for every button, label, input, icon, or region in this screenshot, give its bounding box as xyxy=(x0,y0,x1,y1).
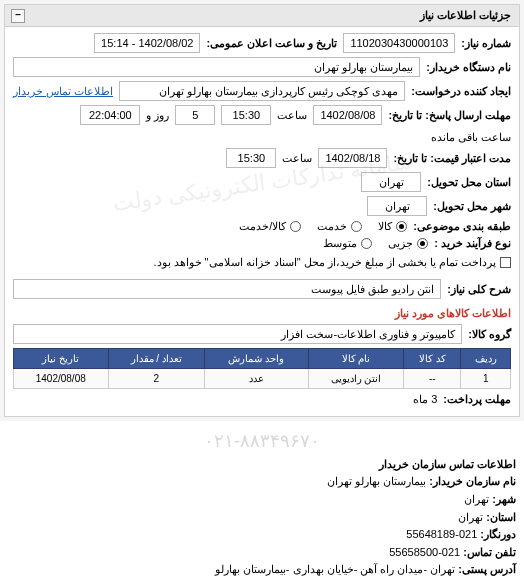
pt-small-label: جزیی xyxy=(388,237,413,250)
city-label: شهر محل تحویل: xyxy=(433,200,511,213)
c-city: تهران xyxy=(464,493,489,505)
days-remaining-value: 5 xyxy=(175,105,215,125)
goods-group-label: گروه کالا: xyxy=(468,328,511,341)
c-address: تهران -میدان راه آهن -خیایان بهداری -بیم… xyxy=(215,563,455,575)
need-no-value: 1102030430000103 xyxy=(343,33,455,53)
cell-qty: 2 xyxy=(108,369,205,389)
table-row[interactable]: 1 -- انتن رادیویی عدد 2 1402/08/08 xyxy=(14,369,511,389)
goods-group-value: کامپیوتر و فناوری اطلاعات-سخت افزار xyxy=(13,324,462,344)
goods-table: ردیف کد کالا نام کالا واحد شمارش تعداد /… xyxy=(13,348,511,389)
th-date: تاریخ نیاز xyxy=(14,349,109,369)
cell-unit: عدد xyxy=(205,369,309,389)
panel-header: جزئیات اطلاعات نیاز – xyxy=(5,5,519,27)
validity-date-value: 1402/08/18 xyxy=(318,148,387,168)
panel-body: شماره نیاز: 1102030430000103 تاریخ و ساع… xyxy=(5,27,519,416)
cell-name: انتن رادیویی xyxy=(308,369,404,389)
purchase-type-label: نوع فرآیند خرید : xyxy=(434,237,511,250)
general-desc-value: انتن رادیو طبق فایل پیوست xyxy=(13,279,441,299)
province-label: استان محل تحویل: xyxy=(427,176,511,189)
minimize-icon[interactable]: – xyxy=(11,9,25,23)
goods-info-title: اطلاعات کالاهای مورد نیاز xyxy=(13,307,511,320)
announce-value: 1402/08/02 - 15:14 xyxy=(94,33,200,53)
cell-row: 1 xyxy=(461,369,511,389)
c-org-label: نام سازمان خریدار: xyxy=(429,475,516,487)
pt-medium-label: متوسط xyxy=(323,237,357,250)
requester-value: مهدی کوچکی رئیس کارپردازی بیمارستان بهار… xyxy=(119,81,405,101)
remaining-label: ساعت باقی مانده xyxy=(431,131,511,144)
c-fax-label: دورنگار: xyxy=(480,528,516,540)
city-value: تهران xyxy=(367,196,427,216)
validity-to-label: مدت اعتبار قیمت: تا تاریخ: xyxy=(393,152,511,165)
checkbox-settlement[interactable] xyxy=(500,257,511,268)
time-remaining-value: 22:04:00 xyxy=(80,105,140,125)
cell-code: -- xyxy=(404,369,461,389)
c-fax: 021-55648189 xyxy=(406,528,477,540)
buyer-org-label: نام دستگاه خریدار: xyxy=(426,61,511,74)
c-address-label: آدرس پستی: xyxy=(458,563,516,575)
need-no-label: شماره نیاز: xyxy=(461,37,511,50)
validity-time-value: 15:30 xyxy=(226,148,276,168)
c-city-label: شهر: xyxy=(492,493,516,505)
province-value: تهران xyxy=(361,172,421,192)
cat-goods-label: کالا xyxy=(378,220,392,233)
details-panel: جزئیات اطلاعات نیاز – شماره نیاز: 110203… xyxy=(4,4,520,417)
saat-label-2: ساعت xyxy=(282,152,312,165)
radio-medium[interactable] xyxy=(361,238,372,249)
requester-label: ایجاد کننده درخواست: xyxy=(411,85,511,98)
cat-service-label: خدمت xyxy=(317,220,347,233)
payment-deadline-value: 3 ماه xyxy=(413,393,437,406)
cat-both-label: کالا/خدمت xyxy=(239,220,286,233)
deadline-time-value: 15:30 xyxy=(221,105,271,125)
category-label: طبقه بندی موضوعی: xyxy=(413,220,511,233)
rooz-va-label: روز و xyxy=(146,109,169,122)
contact-title: اطلاعات تماس سازمان خریدار xyxy=(379,458,516,470)
th-row: ردیف xyxy=(461,349,511,369)
deadline-date-value: 1402/08/08 xyxy=(313,105,382,125)
radio-service[interactable] xyxy=(351,221,362,232)
th-name: نام کالا xyxy=(308,349,404,369)
th-unit: واحد شمارش xyxy=(205,349,309,369)
settlement-note: پرداخت تمام یا بخشی از مبلغ خرید،از محل … xyxy=(153,256,496,269)
saat-label-1: ساعت xyxy=(277,109,307,122)
deadline-to-label: مهلت ارسال پاسخ: تا تاریخ: xyxy=(388,109,511,122)
radio-small[interactable] xyxy=(417,238,428,249)
c-province: تهران xyxy=(458,511,483,523)
buyer-contact-link[interactable]: اطلاعات تماس خریدار xyxy=(13,85,113,98)
radio-both[interactable] xyxy=(290,221,301,232)
c-province-label: استان: xyxy=(486,511,516,523)
contact-section: ۰۲۱-۸۸۳۴۹۶۷۰ اطلاعات تماس سازمان خریدار … xyxy=(0,421,524,576)
c-phone: 021-55658500 xyxy=(389,546,460,558)
general-desc-label: شرح کلی نیاز: xyxy=(447,283,511,296)
announce-label: تاریخ و ساعت اعلان عمومی: xyxy=(206,37,337,50)
cell-date: 1402/08/08 xyxy=(14,369,109,389)
c-org: بیمارستان بهارلو تهران xyxy=(327,475,426,487)
th-code: کد کالا xyxy=(404,349,461,369)
c-phone-label: تلفن تماس: xyxy=(463,546,516,558)
th-qty: تعداد / مقدار xyxy=(108,349,205,369)
buyer-org-value: بیمارستان بهارلو تهران xyxy=(13,57,420,77)
payment-deadline-label: مهلت پرداخت: xyxy=(443,393,511,406)
panel-title: جزئیات اطلاعات نیاز xyxy=(420,9,511,21)
radio-goods[interactable] xyxy=(396,221,407,232)
watermark-phone: ۰۲۱-۸۸۳۴۹۶۷۰ xyxy=(8,427,516,456)
